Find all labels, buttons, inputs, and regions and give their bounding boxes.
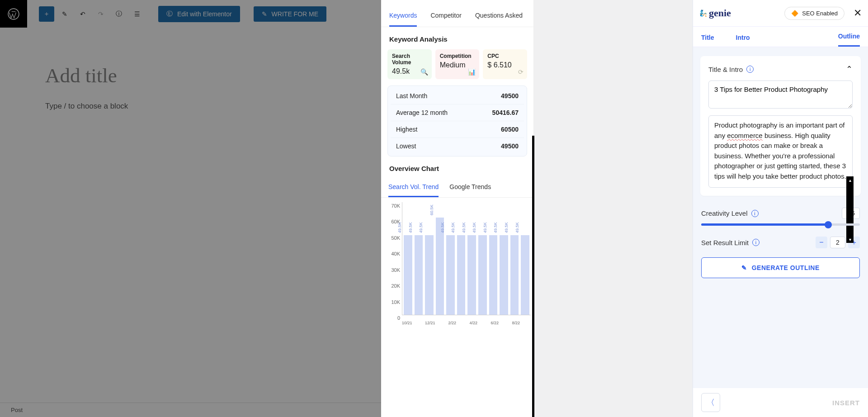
result-limit-row: Set Result Limit i − 2 ＋ xyxy=(693,234,868,251)
overview-title: Overview Chart xyxy=(389,165,533,172)
chart-icon: 📊 xyxy=(468,68,476,76)
title-input[interactable] xyxy=(708,81,853,109)
info-icon[interactable]: i xyxy=(752,239,760,246)
chart-bar: 49.5K xyxy=(415,235,423,315)
seo-pill[interactable]: 🔶SEO Enabled xyxy=(784,7,844,20)
tab-intro[interactable]: Intro xyxy=(736,34,750,47)
genie-logo: 🧞 genie xyxy=(699,7,731,19)
scrollbar[interactable] xyxy=(532,136,534,417)
undo-icon[interactable]: ↶ xyxy=(75,6,90,22)
stat-competition: Competition Medium 📊 xyxy=(435,49,480,79)
chart-tabs: Search Vol. Trend Google Trends xyxy=(381,179,533,198)
editor-footer: Post xyxy=(0,403,381,417)
add-block-button[interactable]: ＋ xyxy=(39,6,54,22)
creativity-row: Creativity Level i 4/5 xyxy=(693,205,868,222)
chart-bar: 49.5K xyxy=(489,235,498,315)
stat-cpc: CPC $ 6.510 ⟳ xyxy=(483,49,527,79)
intro-input[interactable]: Product photography is an important part… xyxy=(708,115,853,188)
wordpress-logo-icon[interactable] xyxy=(0,0,27,28)
tab-questions[interactable]: Questions Asked xyxy=(475,12,523,27)
block-placeholder[interactable]: Type / to choose a block xyxy=(45,102,336,111)
editor-canvas[interactable]: Add title Type / to choose a block xyxy=(0,28,381,403)
intro-scrollbar[interactable]: ▴ ▾ xyxy=(846,176,854,242)
stat-volume: Search Volume 49.5k 🔍 xyxy=(387,49,432,79)
search-icon: 🔍 xyxy=(420,68,428,76)
metrics-box: Last Month49500Average 12 month50416.67H… xyxy=(387,85,527,156)
genie-panel: 🧞 genie 🔶SEO Enabled ✕ Title Intro Outli… xyxy=(693,0,868,417)
back-button[interactable]: 〈 xyxy=(701,393,720,412)
info-icon[interactable]: i xyxy=(746,66,754,73)
tab-search-vol[interactable]: Search Vol. Trend xyxy=(388,183,439,197)
tab-keywords[interactable]: Keywords xyxy=(389,12,417,27)
card-title: Title & Intro xyxy=(708,66,743,73)
genie-header: 🧞 genie 🔶SEO Enabled ✕ xyxy=(693,0,868,26)
creativity-slider[interactable] xyxy=(693,222,868,234)
title-intro-card: Title & Intro i ⌃ Product photography is… xyxy=(700,56,861,196)
chart-bar: 49.5K xyxy=(478,235,487,315)
keyword-tabs: Keywords Competitor Questions Asked xyxy=(381,0,533,27)
metric-row: Lowest49500 xyxy=(391,137,524,154)
pencil-icon: ✎ xyxy=(741,264,747,271)
write-for-me-button[interactable]: ✎WRITE FOR ME xyxy=(254,6,326,22)
scroll-up-icon[interactable]: ▴ xyxy=(846,176,854,184)
edit-icon[interactable]: ✎ xyxy=(57,6,72,22)
stat-cards: Search Volume 49.5k 🔍 Competition Medium… xyxy=(381,49,533,79)
chart-bar: 49.5K xyxy=(404,235,412,315)
seo-badge-icon: 🔶 xyxy=(791,10,798,17)
chart-bar: 49.5K xyxy=(510,235,519,315)
tab-competitor[interactable]: Competitor xyxy=(430,12,461,27)
section-title: Keyword Analysis xyxy=(389,35,533,43)
chart-bar: 49.5K xyxy=(425,235,434,315)
limit-value[interactable]: 2 xyxy=(830,237,845,248)
metric-row: Last Month49500 xyxy=(391,88,524,104)
info-icon[interactable]: ⓘ xyxy=(111,6,127,22)
chart-bar: 49.5K xyxy=(457,235,466,315)
edit-elementor-button[interactable]: ⒺEdit with Elementor xyxy=(158,6,240,22)
chevron-up-icon[interactable]: ⌃ xyxy=(846,64,853,74)
wp-toolbar: ＋ ✎ ↶ ↷ ⓘ ☰ ⒺEdit with Elementor ✎WRITE … xyxy=(0,0,381,28)
chart-bar: 49.5K xyxy=(521,235,529,315)
chart-bar: 49.5K xyxy=(467,235,476,315)
footer-status: Post xyxy=(11,407,23,413)
genie-footer: 〈 INSERT xyxy=(693,388,868,417)
insert-button[interactable]: INSERT xyxy=(832,399,860,407)
genie-tabs: Title Intro Outline xyxy=(693,26,868,47)
tab-title[interactable]: Title xyxy=(701,34,714,47)
metric-row: Average 12 month50416.67 xyxy=(391,104,524,121)
scroll-down-icon[interactable]: ▾ xyxy=(846,236,854,243)
genie-logo-icon: 🧞 xyxy=(699,9,707,17)
refresh-icon: ⟳ xyxy=(518,68,524,76)
close-icon[interactable]: ✕ xyxy=(854,7,862,19)
generate-outline-button[interactable]: ✎GENERATE OUTLINE xyxy=(701,257,860,278)
redo-icon[interactable]: ↷ xyxy=(93,6,108,22)
tab-google-trends[interactable]: Google Trends xyxy=(449,183,491,197)
chart-bar: 49.5K xyxy=(500,235,508,315)
bar-plot: 49.5K49.5K49.5K60.5K49.5K49.5K49.5K49.5K… xyxy=(402,202,531,315)
outline-icon[interactable]: ☰ xyxy=(129,6,145,22)
metric-row: Highest60500 xyxy=(391,121,524,137)
info-icon[interactable]: i xyxy=(751,210,759,217)
keyword-panel: Keywords Competitor Questions Asked Keyw… xyxy=(381,0,534,417)
chart-bar: 49.5K xyxy=(446,235,455,315)
tab-outline[interactable]: Outline xyxy=(838,33,860,47)
post-title-placeholder[interactable]: Add title xyxy=(45,64,336,87)
decrement-button[interactable]: − xyxy=(816,237,827,248)
overview-chart: 70K60K50K40K30K20K10K0 49.5K49.5K49.5K60… xyxy=(381,198,533,329)
